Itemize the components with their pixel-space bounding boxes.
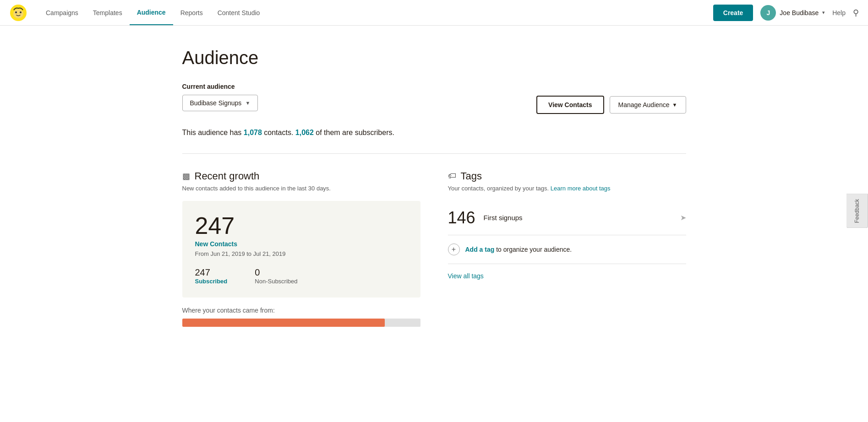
growth-sub-stats: 247 Subscribed 0 Non-Subscribed (195, 267, 408, 285)
new-contacts-link[interactable]: New Contacts (195, 240, 408, 248)
logo[interactable] (9, 4, 27, 22)
tag-navigate-icon[interactable]: ➤ (680, 213, 686, 222)
non-subscribed-stat: 0 Non-Subscribed (255, 267, 297, 285)
growth-card: 247 New Contacts From Jun 21, 2019 to Ju… (182, 201, 420, 298)
tags-section: 🏷 Tags Your contacts, organized by your … (448, 170, 686, 327)
tags-subtitle-prefix: Your contacts, organized by your tags. (448, 185, 551, 192)
growth-section-subtitle: New contacts added to this audience in t… (182, 185, 420, 192)
non-subscribed-count: 0 (255, 267, 297, 278)
audience-top-row: Current audience Budibase Signups ▼ View… (182, 83, 686, 114)
svg-point-3 (20, 11, 22, 13)
create-button[interactable]: Create (713, 5, 753, 21)
stats-prefix: This audience has (182, 129, 244, 136)
help-link[interactable]: Help (832, 9, 846, 16)
navbar: Campaigns Templates Audience Reports Con… (0, 0, 868, 26)
feedback-tab[interactable]: Feedback (846, 194, 868, 228)
user-menu[interactable]: J Joe Budibase ▾ (760, 5, 825, 21)
view-all-tags-link[interactable]: View all tags (448, 272, 484, 280)
subscribed-label: Subscribed (195, 278, 228, 285)
search-icon[interactable]: ⚲ (853, 8, 859, 18)
growth-date-range: From Jun 21, 2019 to Jul 21, 2019 (195, 250, 408, 257)
nav-templates[interactable]: Templates (86, 0, 130, 25)
tags-section-subtitle: Your contacts, organized by your tags. L… (448, 185, 686, 192)
tags-section-title: Tags (461, 170, 482, 182)
add-tag-link[interactable]: Add a tag (465, 246, 495, 253)
learn-more-tags-link[interactable]: Learn more about tags (551, 185, 611, 192)
audience-dropdown-chevron-icon: ▼ (245, 100, 250, 106)
growth-section-header: ▩ Recent growth (182, 170, 420, 182)
subscribers-count: 1,062 (295, 129, 314, 136)
current-audience-label: Current audience (182, 83, 258, 90)
section-divider (182, 153, 686, 154)
bar-chart-icon: ▩ (182, 171, 190, 181)
audience-selector: Current audience Budibase Signups ▼ (182, 83, 258, 111)
user-name: Joe Budibase (780, 9, 819, 16)
add-tag-row: + Add a tag to organize your audience. (448, 235, 686, 264)
stats-text: This audience has 1,078 contacts. 1,062 … (182, 127, 686, 139)
main-content: Audience Current audience Budibase Signu… (136, 26, 732, 349)
page-title: Audience (182, 48, 686, 68)
stats-mid: contacts. (262, 129, 295, 136)
growth-big-number: 247 (195, 214, 408, 238)
tag-name: First signups (484, 214, 680, 222)
audience-dropdown-value: Budibase Signups (190, 99, 242, 107)
nav-audience[interactable]: Audience (130, 0, 173, 25)
nav-right: Create J Joe Budibase ▾ Help ⚲ (713, 5, 859, 21)
feedback-tab-wrapper[interactable]: Feedback (846, 194, 868, 228)
user-chevron-icon: ▾ (822, 10, 825, 16)
tags-section-header: 🏷 Tags (448, 170, 686, 182)
recent-growth-section: ▩ Recent growth New contacts added to th… (182, 170, 420, 327)
tag-row: 146 First signups ➤ (448, 201, 686, 235)
non-subscribed-label: Non-Subscribed (255, 278, 297, 285)
stats-suffix: of them are subscribers. (314, 129, 394, 136)
two-col-layout: ▩ Recent growth New contacts added to th… (182, 170, 686, 327)
nav-campaigns[interactable]: Campaigns (38, 0, 86, 25)
growth-section-title: Recent growth (195, 170, 260, 182)
where-from-label: Where your contacts came from: (182, 307, 420, 314)
add-tag-suffix: to organize your audience. (494, 246, 572, 253)
manage-audience-label: Manage Audience (618, 101, 670, 108)
avatar: J (760, 5, 776, 21)
tag-count: 146 (448, 208, 475, 227)
subscribed-count: 247 (195, 267, 228, 278)
progress-bar-fill (182, 319, 385, 327)
manage-audience-button[interactable]: Manage Audience ▼ (610, 96, 686, 114)
contacts-count: 1,078 (244, 129, 262, 136)
svg-point-2 (15, 11, 17, 13)
svg-point-1 (13, 9, 23, 18)
contacts-source: Where your contacts came from: (182, 307, 420, 327)
nav-links: Campaigns Templates Audience Reports Con… (38, 0, 713, 25)
nav-content-studio[interactable]: Content Studio (210, 0, 267, 25)
add-tag-plus-button[interactable]: + (448, 243, 460, 255)
add-tag-text: Add a tag to organize your audience. (465, 246, 572, 253)
subscribed-stat: 247 Subscribed (195, 267, 228, 285)
nav-reports[interactable]: Reports (173, 0, 210, 25)
audience-actions: View Contacts Manage Audience ▼ (536, 96, 686, 114)
manage-audience-chevron-icon: ▼ (672, 102, 677, 108)
tag-icon: 🏷 (448, 171, 456, 181)
progress-bar-container (182, 319, 420, 327)
audience-dropdown[interactable]: Budibase Signups ▼ (182, 95, 258, 111)
view-contacts-button[interactable]: View Contacts (536, 96, 604, 114)
